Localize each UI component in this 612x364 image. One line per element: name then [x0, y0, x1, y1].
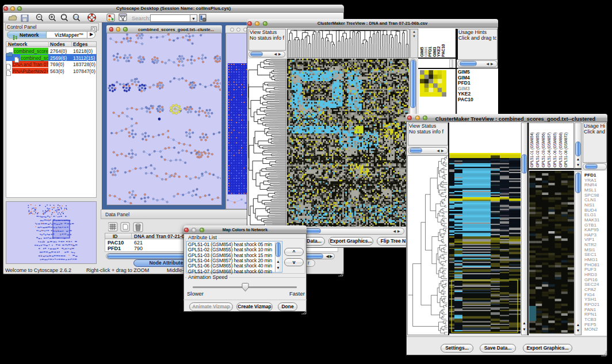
svg-text:1:1: 1:1	[74, 16, 78, 19]
